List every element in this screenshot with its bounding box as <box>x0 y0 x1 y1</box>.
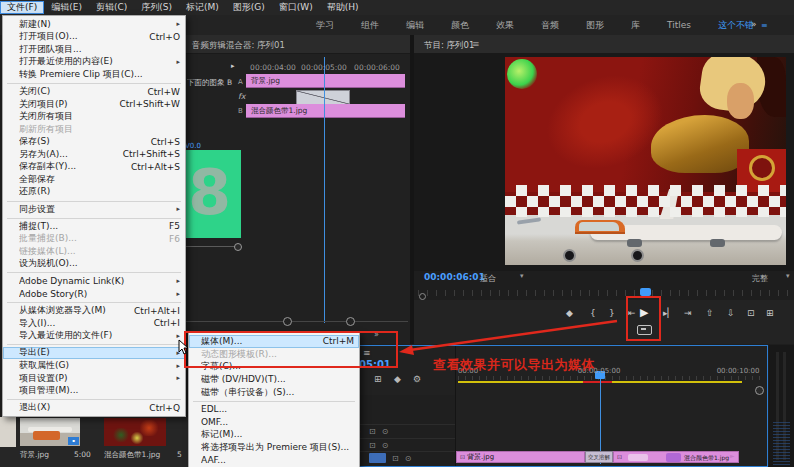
workspace-tab[interactable]: 库 <box>631 19 640 32</box>
menubar-item[interactable]: 标记(M) <box>179 1 226 14</box>
menu-item[interactable]: 还原(R) <box>3 186 185 199</box>
zoom-level-select[interactable]: 适合 <box>480 273 496 284</box>
sync-lock-icon[interactable]: ⊡ <box>392 454 399 463</box>
menubar-item[interactable]: 图形(G) <box>226 1 272 14</box>
menu-item[interactable]: 全部保存 <box>3 173 185 186</box>
chevron-down-icon[interactable]: ▾ <box>786 272 790 280</box>
mark-in-icon[interactable]: { <box>590 308 596 318</box>
tab-menu-icon[interactable]: ≡ <box>761 21 768 30</box>
menu-item[interactable]: 磁带（串行设备）(S)... <box>189 386 359 399</box>
settings-wrench-icon[interactable]: ⚙ <box>413 374 421 384</box>
menu-item[interactable]: 磁带 (DV/HDV)(T)... <box>189 373 359 386</box>
timeline-scrollbar-handle[interactable] <box>755 386 764 395</box>
nest-insert-icon[interactable]: ⊞ <box>374 374 382 384</box>
step-forward-icon[interactable]: ▸▏ <box>663 308 674 318</box>
menubar-item[interactable]: 剪辑(C) <box>89 1 134 14</box>
menu-item[interactable]: AAF... <box>189 454 359 467</box>
menu-item[interactable]: 设为脱机(O)... <box>3 258 185 271</box>
track-header-v1[interactable]: V1⊡⊙ <box>346 451 455 464</box>
menu-item[interactable]: 导入(I)...Ctrl+I <box>3 317 185 330</box>
go-to-out-icon[interactable]: ⇥ <box>684 308 692 318</box>
tab-program-sequence01[interactable]: 节目: 序列01 <box>424 40 474 52</box>
extract-icon[interactable]: ⇩ <box>727 308 735 318</box>
crossfade-transition-box[interactable] <box>296 90 350 105</box>
track-header-v2[interactable]: V2⊡⊙ <box>346 438 455 451</box>
workspace-tab[interactable]: 这个不错 <box>718 19 754 32</box>
menu-item[interactable]: 项目设置(P)▸ <box>3 372 185 385</box>
source-zoom-slider[interactable] <box>186 246 240 247</box>
menu-item[interactable]: 关闭项目(P)Ctrl+Shift+W <box>3 98 185 111</box>
menubar-item[interactable]: 文件(F) <box>0 1 44 14</box>
chevron-overflow-icon[interactable]: » <box>751 19 757 29</box>
add-marker-icon[interactable]: ◆ <box>566 308 573 318</box>
track-header-v3[interactable]: V3⊡⊙ <box>346 424 455 437</box>
menu-item[interactable]: 保存(S)Ctrl+S <box>3 136 185 149</box>
mark-out-icon[interactable]: } <box>609 308 615 318</box>
tab-audio-clip-mixer[interactable]: 音频剪辑混合器: 序列01 <box>192 40 285 52</box>
menu-item[interactable]: 从媒体浏览器导入(M)Ctrl+Alt+I <box>3 304 185 317</box>
menu-item[interactable]: 转换 Premiere Clip 项目(C)... <box>3 68 185 81</box>
button-editor-icon[interactable]: ⊞ <box>766 308 774 318</box>
ruler-zoom-handle[interactable] <box>419 293 426 300</box>
workspace-tab[interactable]: Titles <box>667 20 691 30</box>
project-item-name[interactable]: 背景.jpg <box>20 450 49 460</box>
track-visibility-icon[interactable]: ⊙ <box>405 454 412 463</box>
lift-icon[interactable]: ⇧ <box>706 308 714 318</box>
menubar-item[interactable]: 编辑(E) <box>44 1 89 14</box>
track-target-indicator[interactable] <box>369 453 386 463</box>
menu-item[interactable]: 获取属性(G)▸ <box>3 359 185 372</box>
menu-item[interactable]: 打开最近使用的内容(E)▸ <box>3 56 185 69</box>
timeline-clip-colorband[interactable]: ⊡ 混合颜色带1.jpg <box>613 451 739 463</box>
menu-item[interactable]: 另存为(A)...Ctrl+Shift+S <box>3 148 185 161</box>
project-item-name[interactable]: 混合颜色带1.jpg <box>104 450 160 460</box>
scrollbar-handle-left[interactable] <box>283 317 292 326</box>
menu-item[interactable]: 打开团队项目... <box>3 43 185 56</box>
menu-item[interactable]: EDL... <box>189 403 359 416</box>
menu-item[interactable]: 退出(X)Ctrl+Q <box>3 401 185 414</box>
track-visibility-icon[interactable]: ⊙ <box>382 427 389 436</box>
workspace-tab[interactable]: 编辑 <box>406 19 424 32</box>
sync-lock-icon[interactable]: ⊡ <box>369 427 376 436</box>
transition-clip-b[interactable]: 混合颜色带1.jpg <box>246 104 405 118</box>
menu-item[interactable]: 捕捉(T)...F5 <box>3 220 185 233</box>
menu-item[interactable]: 新建(N)▸ <box>3 18 185 31</box>
workspace-tab[interactable]: 学习 <box>316 19 334 32</box>
timeline-clip-background[interactable]: ⊡背景.jpg <box>456 451 585 463</box>
menu-item[interactable]: 标记(M)... <box>189 428 359 441</box>
menu-item[interactable]: 导出(E)▸ <box>3 347 185 360</box>
menu-item[interactable]: 关闭(C)Ctrl+W <box>3 85 185 98</box>
panel-menu-icon[interactable]: ≡ <box>472 39 480 49</box>
menu-item[interactable]: 导入最近使用的文件(F)▸ <box>3 330 185 343</box>
menubar-item[interactable]: 窗口(W) <box>272 1 320 14</box>
effect-controls-scrollbar[interactable] <box>186 321 408 322</box>
project-thumbnail-background[interactable]: ▪ <box>20 418 80 446</box>
menu-item[interactable]: OMF... <box>189 416 359 429</box>
sync-lock-icon[interactable]: ⊡ <box>369 441 376 450</box>
transition-clip-a[interactable]: 背景.jpg <box>246 74 405 88</box>
scrollbar-handle-right[interactable] <box>346 317 355 326</box>
effect-controls-playhead[interactable] <box>324 57 325 323</box>
workspace-tab[interactable]: 音频 <box>541 19 559 32</box>
snap-icon[interactable]: ◆ <box>394 374 401 384</box>
workspace-tab[interactable]: 组件 <box>361 19 379 32</box>
workspace-tab[interactable]: 颜色 <box>451 19 469 32</box>
track-visibility-icon[interactable]: ⊙ <box>382 441 389 450</box>
menu-item[interactable]: Adobe Story(R)▸ <box>3 287 185 300</box>
menu-item[interactable]: 同步设置▸ <box>3 203 185 216</box>
chevron-down-icon[interactable]: ▾ <box>520 272 524 280</box>
program-timecode[interactable]: 00:00:06:01 <box>424 272 485 282</box>
menu-item[interactable]: Adobe Dynamic Link(K)▸ <box>3 275 185 288</box>
menu-item[interactable]: 项目管理(M)... <box>3 384 185 397</box>
menu-item[interactable]: 关闭所有项目 <box>3 110 185 123</box>
menu-item[interactable]: 打开项目(O)...Ctrl+O <box>3 31 185 44</box>
slider-handle[interactable] <box>234 243 242 251</box>
program-playhead-marker[interactable] <box>640 288 651 296</box>
menubar-item[interactable]: 帮助(H) <box>320 1 366 14</box>
program-mini-ruler[interactable] <box>418 287 792 299</box>
project-thumbnail-colorband[interactable] <box>104 418 166 446</box>
workspace-tab[interactable]: 图形 <box>586 19 604 32</box>
cross-dissolve-transition[interactable]: 交叉溶解 <box>585 451 613 463</box>
export-frame-icon[interactable]: ⊡ <box>747 308 755 318</box>
workspace-tab[interactable]: 效果 <box>496 19 514 32</box>
menubar-item[interactable]: 序列(S) <box>134 1 179 14</box>
